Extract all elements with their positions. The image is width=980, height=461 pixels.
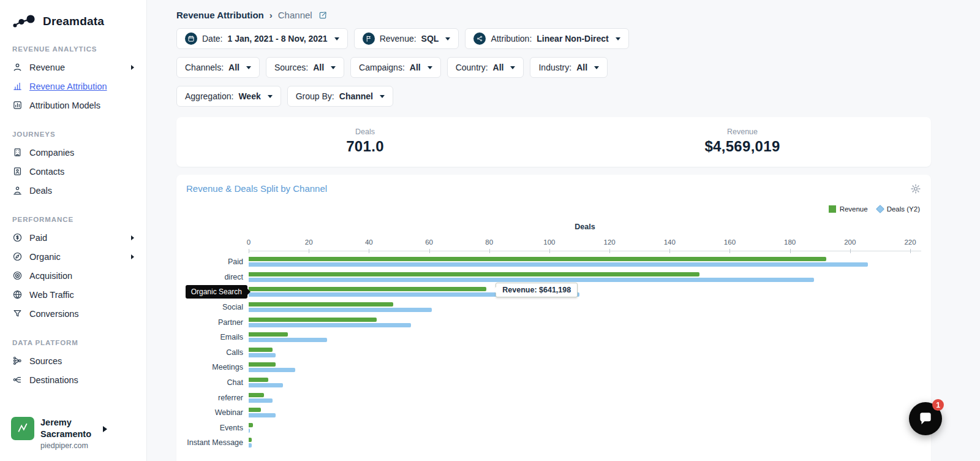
brand-logo[interactable]: Dreamdata [0,13,146,29]
revenue-bar[interactable] [249,257,826,261]
attribution-filter[interactable]: Attribution: Linear Non-Direct [465,28,628,49]
category-label[interactable]: Partner [186,318,249,327]
campaigns-filter[interactable]: Campaigns: All [350,57,441,78]
deals-bar[interactable] [249,413,276,417]
sidebar-item-conversions[interactable]: Conversions [0,304,146,323]
sidebar-item-revenue[interactable]: Revenue [0,58,146,77]
revenue-filter[interactable]: Revenue: SQL [354,28,459,49]
chart-row: Chat [186,375,921,391]
user-menu[interactable]: Jeremy Sacramento piedpiper.com [11,417,140,450]
revenue-attribution-icon [12,81,23,91]
chart-row: Paid [186,254,921,270]
sidebar-item-destinations[interactable]: Destinations [0,370,146,389]
revenue-bar[interactable] [249,348,273,352]
channels-filter[interactable]: Channels: All [176,57,260,78]
country-filter[interactable]: Country: All [447,57,524,78]
category-label[interactable]: Organic SearchOrganic Search [186,288,249,296]
axis-title: Deals [249,223,921,231]
deals-kpi: Deals 701.0 [176,128,554,155]
category-label[interactable]: Events [186,424,249,432]
filter-value: Week [238,91,260,101]
category-bars: Revenue: $641,198 [249,287,921,297]
revenue-bar[interactable] [249,362,276,367]
revenue-bar[interactable] [249,272,699,276]
category-label[interactable]: direct [186,273,249,281]
category-label[interactable]: Calls [186,348,249,357]
sidebar-item-contacts[interactable]: Contacts [0,162,146,181]
revenue-bar[interactable] [249,378,268,382]
legend-item-deals[interactable]: Deals (Y2) [877,205,920,213]
chevron-right-icon [131,254,134,259]
deals-bar[interactable] [249,338,327,342]
category-label[interactable]: Emails [186,333,249,341]
deals-bar[interactable] [249,308,432,312]
deals-bar[interactable] [249,368,295,372]
category-bars [249,362,921,372]
paid-icon [12,232,23,243]
web-traffic-icon [12,289,23,300]
deals-bar[interactable] [249,262,868,267]
deals-bar[interactable] [249,429,250,433]
flag-icon [363,32,375,45]
sources-filter[interactable]: Sources: All [266,57,344,78]
sidebar-item-web-traffic[interactable]: Web Traffic [0,285,146,304]
kpi-value: 701.0 [176,138,554,155]
category-label[interactable]: Webinar [186,408,249,417]
deals-icon [12,185,23,196]
sidebar-item-deals[interactable]: Deals [0,181,146,200]
group-by-filter[interactable]: Group By: Channel [287,86,393,107]
category-label[interactable]: Paid [186,257,249,266]
revenue-bar[interactable] [249,302,393,307]
revenue-bar[interactable] [249,393,264,397]
external-link-icon[interactable] [318,10,328,20]
conversions-icon [12,308,23,319]
deals-bar[interactable] [249,323,411,327]
chart-row: Partner [186,314,921,330]
sidebar-item-revenue-attribution[interactable]: Revenue Attribution [0,77,146,96]
revenue-bar[interactable] [249,287,486,291]
date-filter[interactable]: Date: 1 Jan, 2021 - 8 Nov, 2021 [176,28,348,49]
chart-card: Revenue & Deals Split by Channel Revenue… [176,175,931,461]
companies-icon [12,147,23,158]
category-label[interactable]: Chat [186,378,249,387]
category-label[interactable]: Social [186,303,249,311]
deals-bar[interactable] [249,443,252,448]
revenue-bar[interactable] [249,318,377,322]
sidebar-item-sources[interactable]: Sources [0,351,146,370]
axis-tick: 100 [543,238,555,246]
breadcrumb-parent[interactable]: Revenue Attribution [176,10,264,20]
category-bars [249,378,921,387]
attribution-icon [473,32,486,45]
legend-item-revenue[interactable]: Revenue [829,205,868,213]
main-content: Revenue Attribution › Channel Date: 1 Ja… [147,0,980,461]
user-org: piedpiper.com [40,441,97,450]
sidebar-item-paid[interactable]: Paid [0,228,146,247]
deals-bar[interactable] [249,383,283,387]
sidebar-item-companies[interactable]: Companies [0,143,146,162]
category-label[interactable]: referrer [186,394,249,402]
axis-tick: 60 [425,238,433,246]
revenue-bar[interactable] [249,408,261,412]
revenue-bar[interactable] [249,332,288,337]
industry-filter[interactable]: Industry: All [530,57,608,78]
category-label[interactable]: Meetings [186,363,249,371]
category-label[interactable]: Instant Message [186,438,249,447]
filter-value: 1 Jan, 2021 - 8 Nov, 2021 [227,34,327,44]
deals-bar[interactable] [249,278,814,282]
gear-icon[interactable] [908,181,924,199]
intercom-launcher[interactable]: 1 [909,402,942,435]
category-bars [249,393,921,403]
breadcrumb: Revenue Attribution › Channel [176,10,931,20]
sidebar-item-acquisition[interactable]: Acquisition [0,266,146,285]
filter-label: Sources: [274,63,308,72]
sidebar-item-organic[interactable]: Organic [0,247,146,266]
revenue-bar[interactable] [249,438,252,442]
chevron-right-icon [103,426,107,432]
aggregation-filter[interactable]: Aggregation: Week [176,86,281,107]
revenue-bar[interactable] [249,423,253,427]
deals-bar[interactable] [249,353,276,357]
sidebar-item-attribution-models[interactable]: Attribution Models [0,96,146,115]
kpi-label: Revenue [554,128,931,136]
deals-bar[interactable] [249,398,273,403]
filter-label: Revenue: [380,34,417,44]
